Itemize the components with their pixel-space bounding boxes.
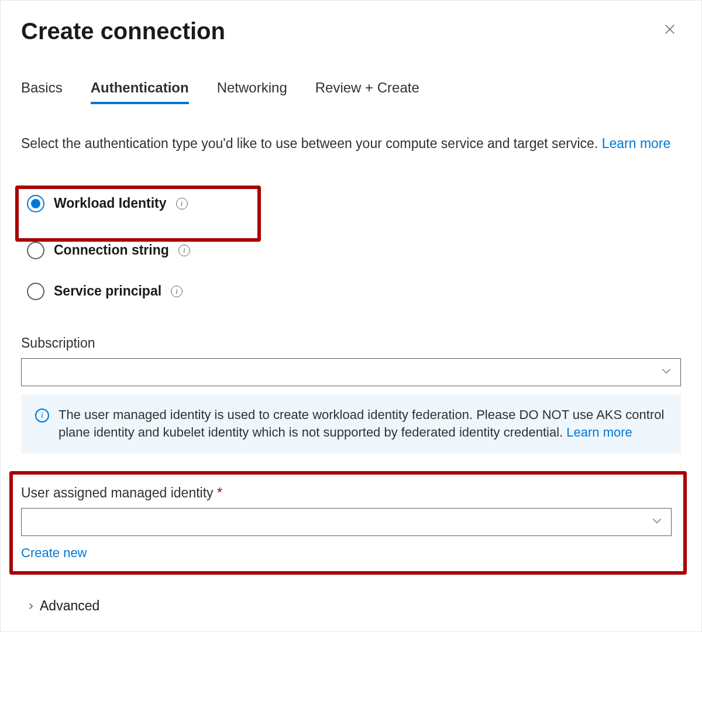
managed-identity-info-box: i The user managed identity is used to c… bbox=[21, 394, 681, 454]
create-new-link[interactable]: Create new bbox=[21, 545, 87, 561]
radio-label: Workload Identity bbox=[54, 195, 167, 211]
uami-label-text: User assigned managed identity bbox=[21, 485, 217, 500]
required-indicator: * bbox=[217, 485, 222, 500]
radio-label: Service principal bbox=[54, 283, 161, 299]
info-icon[interactable]: i bbox=[176, 198, 188, 210]
tab-authentication[interactable]: Authentication bbox=[91, 80, 189, 104]
subscription-label: Subscription bbox=[21, 335, 681, 351]
close-icon bbox=[663, 24, 676, 39]
tab-networking[interactable]: Networking bbox=[217, 80, 287, 104]
info-box-content: The user managed identity is used to cre… bbox=[58, 406, 667, 442]
highlight-uami-section: User assigned managed identity * Create … bbox=[9, 471, 687, 575]
radio-connection-string[interactable]: Connection string i bbox=[21, 230, 681, 271]
radio-dot-icon bbox=[31, 199, 40, 208]
auth-type-radio-group: Workload Identity i Connection string i … bbox=[21, 183, 681, 312]
close-button[interactable] bbox=[659, 18, 681, 44]
uami-field: User assigned managed identity * bbox=[21, 485, 672, 536]
create-connection-blade: Create connection Basics Authentication … bbox=[0, 0, 702, 632]
chevron-down-icon bbox=[651, 515, 663, 529]
page-title: Create connection bbox=[21, 18, 225, 44]
info-icon[interactable]: i bbox=[171, 286, 183, 297]
tab-basics[interactable]: Basics bbox=[21, 80, 63, 104]
radio-label: Connection string bbox=[54, 242, 169, 258]
blade-header: Create connection bbox=[21, 18, 681, 44]
info-learn-more-link[interactable]: Learn more bbox=[566, 425, 632, 439]
auth-description-text: Select the authentication type you'd lik… bbox=[21, 136, 602, 151]
radio-workload-identity[interactable]: Workload Identity i bbox=[21, 183, 681, 224]
advanced-label: Advanced bbox=[40, 598, 99, 614]
subscription-dropdown[interactable] bbox=[21, 358, 681, 386]
radio-circle-icon bbox=[27, 195, 44, 212]
uami-label: User assigned managed identity * bbox=[21, 485, 672, 501]
chevron-right-icon bbox=[27, 598, 35, 614]
info-icon: i bbox=[35, 408, 49, 423]
chevron-down-icon bbox=[660, 365, 672, 379]
radio-circle-icon bbox=[27, 283, 44, 300]
uami-dropdown[interactable] bbox=[21, 508, 672, 536]
advanced-toggle[interactable]: Advanced bbox=[21, 598, 681, 614]
info-icon[interactable]: i bbox=[178, 245, 190, 256]
radio-service-principal[interactable]: Service principal i bbox=[21, 271, 681, 312]
radio-circle-icon bbox=[27, 242, 44, 259]
learn-more-link[interactable]: Learn more bbox=[602, 136, 671, 151]
subscription-field: Subscription bbox=[21, 335, 681, 386]
tab-review-create[interactable]: Review + Create bbox=[315, 80, 419, 104]
auth-description: Select the authentication type you'd lik… bbox=[21, 133, 681, 154]
tab-bar: Basics Authentication Networking Review … bbox=[21, 80, 681, 104]
